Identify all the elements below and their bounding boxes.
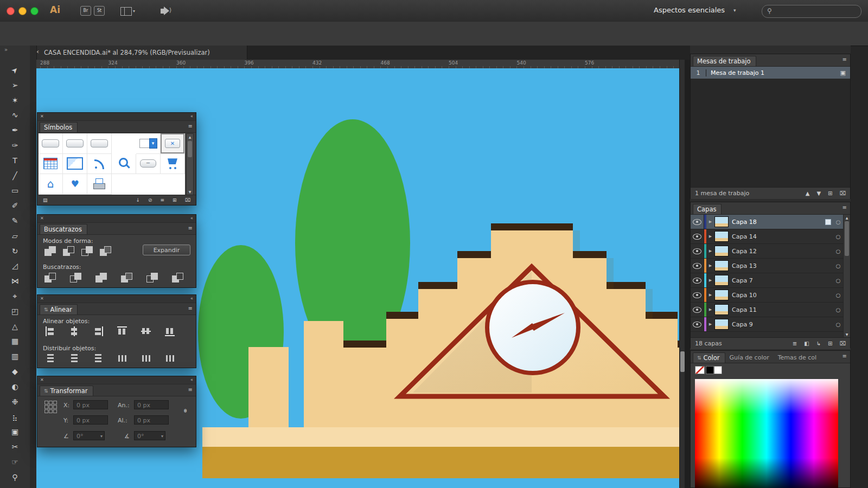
search-input[interactable] — [776, 6, 859, 17]
lasso-tool[interactable]: ∿ — [0, 108, 30, 123]
share-icon[interactable] — [161, 9, 165, 14]
rectangle-tool[interactable]: ▭ — [0, 183, 30, 198]
layer-row[interactable]: ▶ Capa 10 ○ — [691, 288, 843, 303]
height-field[interactable]: 0 px — [134, 415, 169, 425]
y-field[interactable]: 0 px — [73, 415, 108, 425]
width-tool[interactable]: ⋈ — [0, 274, 30, 289]
collapse-panel-icon[interactable]: « — [190, 296, 193, 301]
layer-name[interactable]: Capa 13 — [729, 262, 833, 269]
align-top-icon[interactable] — [117, 326, 127, 337]
expand-layer-icon[interactable]: ▶ — [706, 307, 714, 312]
layer-row[interactable]: ▶ Capa 7 ○ — [691, 273, 843, 288]
search-box[interactable]: ⚲ — [762, 5, 861, 18]
expand-layer-icon[interactable]: ▶ — [706, 220, 714, 224]
rotate-field[interactable]: 0°▾ — [73, 431, 105, 440]
expand-layer-icon[interactable]: ▶ — [706, 293, 714, 297]
trim-icon[interactable] — [69, 272, 82, 283]
target-circle-icon[interactable]: ○ — [833, 292, 843, 298]
visibility-toggle[interactable] — [691, 273, 704, 287]
panel-drag-bar[interactable]: ✕ « — [37, 295, 196, 303]
visibility-toggle[interactable] — [691, 303, 704, 317]
zoom-window-button[interactable] — [30, 7, 39, 15]
layer-thumbnail[interactable] — [714, 216, 729, 227]
panel-menu-icon[interactable]: ≡ — [843, 204, 847, 210]
layer-row[interactable]: ▶ Capa 11 ○ — [691, 303, 843, 317]
symbol-libraries-icon[interactable]: ▤ — [43, 197, 48, 203]
panel-menu-icon[interactable]: ≡ — [843, 353, 847, 359]
tab-buscatrazos[interactable]: Buscatrazos — [40, 224, 87, 234]
symbol-calendar[interactable] — [39, 154, 63, 175]
eraser-tool[interactable]: ▱ — [0, 229, 30, 244]
delete-symbol-icon[interactable]: ⌧ — [185, 197, 190, 203]
panel-menu-icon[interactable]: ≡ — [188, 387, 193, 393]
new-sublayer-icon[interactable]: ↳ — [816, 341, 821, 346]
artboard-icon[interactable]: ▣ — [840, 69, 850, 76]
align-center-horizontal-icon[interactable] — [69, 326, 80, 336]
target-circle-icon[interactable]: ○ — [833, 219, 843, 225]
bridge-button[interactable]: Br — [80, 6, 91, 16]
symbol-sprayer-tool[interactable]: ❉ — [0, 395, 30, 410]
black-swatch[interactable] — [706, 366, 714, 374]
line-segment-tool[interactable]: ╱ — [0, 169, 30, 184]
constrain-proportions-icon[interactable]: ⚭ — [181, 408, 189, 414]
place-symbol-icon[interactable]: ↓ — [136, 197, 140, 203]
type-tool[interactable]: T — [0, 153, 30, 169]
unite-icon[interactable] — [44, 246, 57, 256]
arrange-documents-caret-icon[interactable]: ▾ — [133, 9, 135, 14]
merge-icon[interactable] — [95, 272, 108, 283]
slice-tool[interactable]: ✂ — [0, 440, 30, 455]
target-circle-icon[interactable]: ○ — [833, 248, 843, 254]
move-artboard-down-icon[interactable]: ▼ — [816, 190, 821, 196]
delete-layer-icon[interactable]: ⌧ — [839, 341, 846, 346]
layer-thumbnail[interactable] — [714, 319, 729, 330]
magic-wand-tool[interactable]: ✶ — [0, 93, 30, 108]
tab-simbolos[interactable]: Símbolos — [40, 122, 78, 132]
tab-mesas-de-trabajo[interactable]: Mesas de trabajo — [693, 56, 756, 66]
layer-name[interactable]: Capa 7 — [729, 277, 833, 284]
distribute-left-icon[interactable] — [117, 353, 127, 364]
blend-tool[interactable]: ◐ — [0, 380, 30, 395]
zoom-tool[interactable]: ⚲ — [0, 470, 30, 485]
symbol-heart[interactable]: ♥ — [63, 174, 87, 195]
break-link-icon[interactable]: ⊘ — [148, 197, 152, 203]
tab-color[interactable]: ⇅Color — [693, 352, 725, 363]
layer-row[interactable]: ▶ Capa 9 ○ — [691, 317, 843, 332]
collapse-panel-icon[interactable]: « — [190, 377, 193, 382]
hand-tool[interactable]: ☞ — [0, 455, 30, 470]
building-base-strip[interactable] — [202, 427, 679, 447]
symbol-web-button[interactable] — [63, 133, 87, 154]
layer-name[interactable]: Capa 9 — [729, 321, 833, 328]
panel-drag-bar[interactable]: ✕ « — [37, 376, 196, 384]
align-bottom-icon[interactable] — [165, 326, 175, 337]
expand-layer-icon[interactable]: ▶ — [706, 278, 714, 282]
new-symbol-icon[interactable]: ⊞ — [173, 197, 177, 203]
visibility-toggle[interactable] — [691, 317, 704, 331]
crop-icon[interactable] — [120, 272, 133, 283]
new-artboard-icon[interactable]: ⊞ — [828, 190, 832, 196]
toolbar-collapse-icon[interactable]: » — [4, 47, 8, 53]
shear-field[interactable]: 0°▾ — [134, 431, 165, 440]
symbol-minus-button[interactable] — [136, 154, 161, 175]
layer-name[interactable]: Capa 18 — [729, 219, 825, 226]
eyedropper-tool[interactable]: ◆ — [0, 364, 30, 380]
visibility-toggle[interactable] — [691, 259, 704, 273]
white-swatch[interactable] — [714, 366, 722, 374]
layer-row[interactable]: ▶ Capa 13 ○ — [691, 259, 843, 273]
expand-layer-icon[interactable]: ▶ — [706, 264, 714, 268]
layer-name[interactable]: Capa 14 — [729, 233, 833, 240]
new-layer-icon[interactable]: ⊞ — [828, 341, 832, 346]
visibility-toggle[interactable] — [691, 244, 704, 258]
align-center-vertical-icon[interactable] — [141, 326, 151, 337]
tab-temas-de-color[interactable]: Temas de col — [774, 352, 821, 363]
visibility-toggle[interactable] — [691, 229, 704, 243]
building-pillar[interactable] — [248, 347, 289, 439]
align-left-icon[interactable] — [45, 326, 56, 336]
tab-transformar[interactable]: ⇅Transformar — [40, 386, 93, 396]
delete-artboard-icon[interactable]: ⌧ — [839, 190, 846, 196]
layer-name[interactable]: Capa 12 — [729, 248, 833, 255]
symbol-options-icon[interactable]: ≡ — [161, 197, 165, 203]
expand-layer-icon[interactable]: ▶ — [706, 322, 714, 326]
collapse-panel-icon[interactable]: « — [190, 114, 193, 119]
intersect-icon[interactable] — [81, 246, 94, 256]
pencil-tool[interactable]: ✎ — [0, 214, 30, 229]
